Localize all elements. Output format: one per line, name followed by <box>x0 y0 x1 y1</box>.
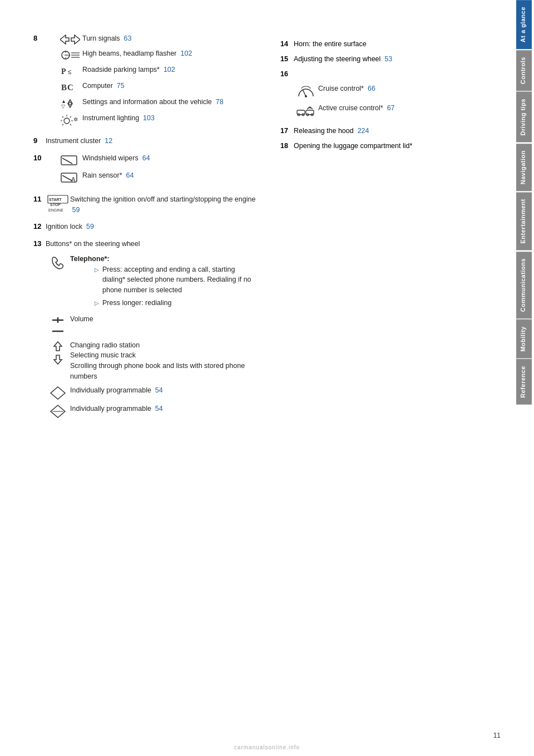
sidebar-tab-reference[interactable]: Reference <box>516 359 532 405</box>
individually-prog-1-row: Individually programmable 54 <box>46 385 258 400</box>
sidebar-tab-at-a-glance[interactable]: At a glance <box>516 0 532 49</box>
item11-text: Switching the ignition on/off and starti… <box>70 194 258 215</box>
item9-text: Instrument cluster 12 <box>46 136 258 146</box>
settings-text: Settings and information about the vehic… <box>82 97 258 107</box>
active-cruise-icon <box>294 103 318 119</box>
instrument-lighting-text: Instrument lighting 103 <box>82 113 258 124</box>
svg-text:BC: BC <box>61 83 74 92</box>
item9-row: 9 Instrument cluster 12 <box>33 136 258 146</box>
svg-text:ENGINE: ENGINE <box>48 208 63 212</box>
svg-text:✲: ✲ <box>73 116 78 122</box>
item-number-10: 10 <box>33 153 46 162</box>
svg-marker-39 <box>51 387 65 399</box>
svg-text:START: START <box>49 198 62 202</box>
settings-row: ▲ ▽ Settings and information about the v… <box>58 97 258 110</box>
computer-page: 75 <box>117 82 125 90</box>
svg-point-16 <box>64 118 70 124</box>
item-number-14: 14 <box>280 39 294 50</box>
item9-page: 12 <box>105 137 112 145</box>
item17-page: 224 <box>358 127 369 135</box>
high-beams-icon <box>58 48 82 61</box>
sidebar-tab-navigation[interactable]: Navigation <box>516 144 532 191</box>
parking-lamps-text: Roadside parking lamps* 102 <box>82 65 258 75</box>
item11-page: 59 <box>72 206 80 214</box>
svg-marker-1 <box>71 35 80 44</box>
item-number-18: 18 <box>280 141 294 151</box>
individually-prog-1-text: Individually programmable 54 <box>70 385 258 396</box>
windshield-wipers-icon <box>58 153 82 167</box>
radio-station-text: Changing radio station Selecting music t… <box>70 340 258 382</box>
watermark: carmanualsonline.info <box>234 744 300 750</box>
rain-sensor-row: A Rain sensor* 64 <box>58 170 258 184</box>
parking-lamps-page: 102 <box>164 66 175 73</box>
telephone-bullet-1: ▷ Press: accepting and ending a call, st… <box>95 264 258 296</box>
radio-arrows-icon <box>46 340 70 365</box>
svg-line-23 <box>62 116 63 117</box>
svg-line-21 <box>62 124 63 125</box>
item13-label-row: 13 Buttons* on the steering wheel <box>33 239 258 249</box>
individually-prog-2-page: 54 <box>155 405 163 413</box>
item-number-16: 16 <box>280 69 294 80</box>
active-cruise-row: Active cruise control* 67 <box>294 103 492 119</box>
instrument-lighting-page: 103 <box>143 114 155 122</box>
radio-station-row: Changing radio station Selecting music t… <box>46 340 258 382</box>
turn-signals-page: 63 <box>124 35 132 42</box>
item16-row: 16 <box>280 69 492 80</box>
rain-sensor-text: Rain sensor* 64 <box>82 170 258 181</box>
settings-icon: ▲ ▽ <box>58 97 82 110</box>
individually-prog-2-text: Individually programmable 54 <box>70 404 258 414</box>
computer-text: Computer 75 <box>82 81 258 91</box>
sidebar-tab-driving-tips[interactable]: Driving tips <box>516 92 532 143</box>
active-cruise-page: 67 <box>387 104 395 112</box>
telephone-row: Telephone*: ▷ Press: accepting and endin… <box>46 254 258 311</box>
sidebar: At a glance Controls Driving tips Naviga… <box>514 0 534 756</box>
telephone-icon <box>46 254 70 271</box>
turn-signals-text: Turn signals 63 <box>82 33 258 44</box>
start-stop-icon: START STOP ENGINE <box>46 194 70 213</box>
item14-text: Horn: the entire surface <box>294 39 492 50</box>
page-number: 11 <box>493 732 501 739</box>
svg-line-20 <box>70 124 71 125</box>
item-number-13: 13 <box>33 239 46 248</box>
sidebar-tab-controls[interactable]: Controls <box>516 50 532 91</box>
rain-sensor-icon: A <box>58 170 82 184</box>
computer-icon: BC <box>58 81 82 94</box>
windshield-wipers-text: Windshield wipers 64 <box>82 153 258 164</box>
individually-prog-2-row: Individually programmable 54 <box>46 404 258 419</box>
item-number-15: 15 <box>280 54 294 65</box>
telephone-label: Telephone*: ▷ Press: accepting and endin… <box>70 254 258 311</box>
bullet-triangle-icon-2: ▷ <box>95 298 99 307</box>
svg-text:STOP: STOP <box>50 203 61 207</box>
instrument-lighting-row: ✲ Instrument lighting 103 <box>58 113 258 126</box>
item-number-11: 11 <box>33 194 46 203</box>
svg-line-18 <box>70 116 71 117</box>
item15-text: Adjusting the steering wheel 53 <box>294 54 492 65</box>
item-number-8: 8 <box>33 33 46 42</box>
item17-text: Releasing the hood 224 <box>294 126 492 136</box>
item15-page: 53 <box>384 55 392 63</box>
item11-row: 11 START STOP ENGINE Switching the ignit… <box>33 194 258 215</box>
item12-page: 59 <box>86 223 94 230</box>
svg-marker-37 <box>54 342 62 351</box>
svg-text:A: A <box>71 176 76 183</box>
item12-text: Ignition lock 59 <box>46 222 258 232</box>
item12-row: 12 Ignition lock 59 <box>33 222 258 232</box>
svg-rect-25 <box>61 156 77 165</box>
bullet-triangle-icon: ▷ <box>95 264 99 274</box>
sidebar-tab-communications[interactable]: Communications <box>516 252 532 318</box>
svg-marker-0 <box>60 35 69 44</box>
individually-prog-1-icon <box>46 385 70 400</box>
item-number-17: 17 <box>280 126 294 136</box>
turn-signals-row: Turn signals 63 <box>58 33 258 45</box>
windshield-wipers-row: Windshield wipers 64 <box>58 153 258 167</box>
computer-row: BC Computer 75 <box>58 81 258 94</box>
instrument-lighting-icon: ✲ <box>58 113 82 126</box>
svg-marker-38 <box>54 355 62 364</box>
sidebar-tab-entertainment[interactable]: Entertainment <box>516 192 532 250</box>
settings-page: 78 <box>216 98 224 106</box>
sidebar-tab-mobility[interactable]: Mobility <box>516 320 532 359</box>
volume-icon <box>46 314 70 337</box>
parking-lamps-icon: P ≤ <box>58 65 82 77</box>
svg-text:P: P <box>61 67 66 76</box>
high-beams-page: 102 <box>180 50 192 57</box>
